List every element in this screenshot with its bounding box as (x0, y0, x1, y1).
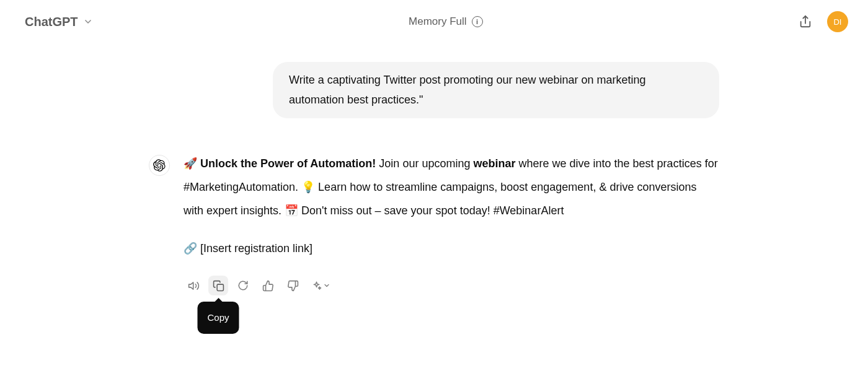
chevron-down-icon (83, 17, 93, 27)
assistant-message-row: 🚀 Unlock the Power of Automation! Join o… (149, 152, 719, 295)
svg-marker-1 (188, 282, 193, 289)
chevron-down-icon (323, 282, 330, 289)
model-switcher[interactable]: ChatGPT (25, 15, 93, 29)
user-avatar[interactable]: DI (827, 11, 848, 32)
info-icon: i (472, 16, 483, 27)
text-part-1: Join our upcoming (376, 157, 473, 170)
user-message-bubble: Write a captivating Twitter post promoti… (273, 62, 719, 118)
link-emoji: 🔗 (184, 242, 197, 255)
assistant-paragraph-2: 🔗 [Insert registration link] (184, 237, 719, 261)
app-title: ChatGPT (25, 15, 78, 29)
thumbs-up-button[interactable] (258, 276, 278, 295)
memory-status-text: Memory Full (409, 15, 467, 28)
refresh-icon (237, 280, 249, 291)
thumbs-up-icon (262, 280, 274, 292)
regenerate-button[interactable] (233, 276, 253, 295)
assistant-avatar (149, 155, 170, 176)
svg-rect-2 (217, 284, 223, 290)
link-placeholder: [Insert registration link] (197, 242, 312, 255)
text-part-4: Don't miss out – save your spot today! #… (298, 204, 564, 217)
copy-button[interactable]: Copy (208, 276, 228, 295)
sparkle-icon (311, 281, 322, 291)
memory-status[interactable]: Memory Full i (409, 15, 483, 28)
read-aloud-button[interactable] (184, 276, 203, 295)
bold-webinar: webinar (473, 157, 515, 170)
copy-icon (213, 280, 224, 292)
thumbs-down-button[interactable] (283, 276, 303, 295)
assistant-paragraph-1: 🚀 Unlock the Power of Automation! Join o… (184, 152, 719, 222)
rocket-emoji: 🚀 (184, 157, 197, 170)
bulb-emoji: 💡 (301, 181, 315, 193)
user-message-row: Write a captivating Twitter post promoti… (149, 62, 719, 118)
change-model-button[interactable] (308, 278, 334, 294)
assistant-message-content: 🚀 Unlock the Power of Automation! Join o… (184, 152, 719, 295)
openai-logo-icon (153, 159, 166, 172)
calendar-emoji: 📅 (285, 204, 298, 217)
speaker-icon (188, 280, 200, 292)
bold-lead: Unlock the Power of Automation! (200, 157, 376, 170)
message-actions: Copy (184, 276, 719, 295)
thumbs-down-icon (287, 280, 299, 292)
share-button[interactable] (799, 15, 812, 28)
copy-tooltip: Copy (197, 302, 239, 334)
